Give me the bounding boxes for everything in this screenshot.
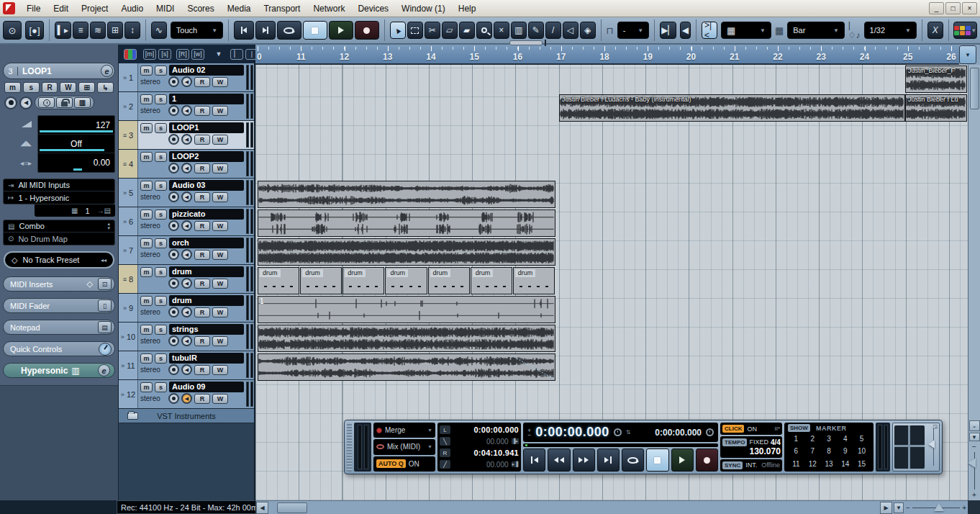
marker-button-10[interactable]: 10 (858, 447, 866, 455)
audio-event[interactable] (258, 238, 555, 266)
marker-button-11[interactable]: 11 (792, 460, 799, 468)
quantize-dropdown[interactable]: 1/32 ▼ (864, 22, 917, 39)
time-format-clock-icon[interactable] (614, 428, 622, 436)
monitor-button[interactable]: ◀ (181, 220, 192, 231)
autoscroll-button[interactable]: ▶▏ (660, 22, 676, 39)
track-row-7[interactable]: »7msorchstereo◀RW (119, 236, 254, 265)
audio-event[interactable]: Justin Bieber f Ludacris - Baby (instrum… (559, 94, 905, 122)
inspector-record-arm-button[interactable] (4, 96, 17, 109)
mute-button[interactable]: m (140, 238, 153, 248)
show-inspector-button[interactable]: ▍▸ (55, 22, 71, 39)
midi-part[interactable]: drum (428, 267, 470, 294)
read-button[interactable]: R (194, 279, 210, 289)
range-selection-tool[interactable] (407, 22, 423, 39)
playhead-handle[interactable] (509, 40, 543, 45)
quick-controls-knob-icon[interactable] (99, 343, 112, 356)
scrub-tool[interactable]: ◁ (563, 22, 579, 39)
master-level-slider[interactable] (927, 425, 938, 469)
track-row-2[interactable]: »2ms1stereo◀RW (119, 92, 254, 121)
write-button[interactable]: W (212, 106, 228, 116)
inserts-bypass-icon[interactable]: ⊡ (98, 278, 112, 290)
color-tool[interactable]: ◈ (580, 22, 596, 39)
pan-slider[interactable] (40, 149, 104, 151)
forward-button[interactable] (573, 448, 595, 472)
vertical-zoom-slider[interactable] (974, 452, 975, 490)
zoom-preset-dropdown[interactable]: ▼ (969, 433, 980, 441)
left-locator-time[interactable]: 0:00:00.000 (453, 425, 519, 434)
right-locator-time[interactable]: 0:04:10.941 (453, 448, 519, 457)
track-number-cell[interactable]: »2 (119, 92, 138, 120)
monitor-button[interactable]: ◀ (181, 76, 192, 87)
read-button[interactable]: R (194, 307, 210, 317)
track-number-cell[interactable]: »12 (119, 380, 138, 408)
write-button[interactable]: W (212, 135, 228, 145)
rewind-button[interactable] (548, 448, 570, 472)
audio-event[interactable]: Justin_Bieber_F (905, 66, 967, 93)
restore-button[interactable]: □ (945, 2, 961, 14)
horizontal-zoom-slider[interactable] (912, 508, 960, 508)
goto-end-button[interactable] (255, 21, 276, 40)
primary-time-display[interactable]: +− 0:00:00.000 ⇅ 0:00:00.000 (523, 423, 718, 442)
transport-panel[interactable]: Merge ▼ Mix (MIDI) ▼ AUTO Q ON L 0:00:00… (344, 420, 943, 474)
read-button[interactable]: R (194, 77, 210, 87)
track-row-4[interactable]: ≡4msLOOP2◀RW (119, 150, 254, 179)
inspector-track-header[interactable]: 3 LOOP1 e (3, 63, 115, 79)
section-notepad[interactable]: Notepad ▤ (3, 320, 115, 335)
menu-window-1-[interactable]: Window (1) (395, 0, 452, 17)
mute-button[interactable]: m (140, 123, 153, 133)
track-row-6[interactable]: »6mspizzicatostereo◀RW (119, 207, 254, 236)
solo-button[interactable]: s (155, 209, 167, 220)
menu-help[interactable]: Help (452, 0, 483, 17)
track-row-12[interactable]: »12msAudio 09stereo◀RW (119, 380, 254, 409)
play-button[interactable] (671, 448, 694, 472)
goto-end-button[interactable] (597, 448, 620, 472)
read-button[interactable]: R (194, 135, 210, 145)
zoom-out-vertical-label[interactable]: − (972, 443, 976, 451)
folder-track[interactable]: VST Instruments (119, 409, 254, 423)
precount-icon[interactable]: II* (774, 425, 780, 432)
track-row-10[interactable]: »10msstringsstereo◀RW (119, 323, 254, 351)
solo-button[interactable]: s (155, 296, 167, 306)
automation-mode-dropdown[interactable]: Touch ▼ (171, 22, 223, 39)
mute-button[interactable]: m (140, 296, 153, 306)
track-name[interactable]: LOOP1 (169, 122, 244, 133)
inspector-solo-button[interactable]: s (23, 82, 40, 93)
stop-button[interactable] (646, 448, 668, 472)
instrument-section[interactable]: Hypersonic ▥ e (3, 363, 115, 378)
marker-button-15[interactable]: 15 (858, 460, 866, 468)
monitor-button[interactable]: ◀ (181, 364, 192, 375)
zoom-out-label[interactable]: − (906, 504, 910, 512)
audio-event[interactable] (258, 353, 555, 381)
solo-button[interactable]: s (155, 94, 167, 104)
menu-media[interactable]: Media (221, 0, 258, 17)
midi-channel-field[interactable]: ▦ 1 →▤ (35, 204, 115, 217)
track-name[interactable]: Audio 09 (169, 382, 244, 392)
track-name[interactable]: orch (169, 238, 244, 248)
solo-button[interactable]: s (155, 238, 167, 248)
mute-button[interactable]: m (140, 94, 153, 104)
solo-button[interactable]: s (155, 152, 167, 162)
nudge-buttons[interactable]: +− (527, 428, 531, 437)
inspector-mute-button[interactable]: m (4, 82, 21, 93)
inspector-read-button[interactable]: R (42, 82, 58, 93)
marker-button-6[interactable]: 6 (794, 447, 799, 455)
lock-button[interactable] (56, 97, 73, 108)
audio-event[interactable]: 1 (258, 296, 555, 323)
horizontal-scrollbar[interactable]: ◀ ▶ (256, 500, 892, 514)
monitor-button[interactable]: ◀ (181, 105, 192, 116)
post-roll-value[interactable]: 00.000 (486, 461, 509, 469)
track-row-3[interactable]: ≡3msLOOP1◀RW (119, 121, 254, 150)
audio-event[interactable] (258, 209, 555, 237)
edit-instrument-button[interactable]: e (98, 364, 110, 377)
delay-field[interactable]: 0.00 (38, 153, 114, 172)
global-write-button[interactable]: [w] (191, 49, 204, 60)
record-button[interactable] (696, 448, 718, 472)
draw-tool[interactable]: ✎ (528, 22, 544, 39)
read-button[interactable]: R (194, 250, 210, 260)
position-strip[interactable] (523, 443, 718, 447)
menu-audio[interactable]: Audio (114, 0, 150, 17)
grid-type-dropdown[interactable]: Bar ▼ (787, 22, 845, 39)
global-solo-button[interactable]: [s] (158, 49, 171, 60)
scroll-left-button[interactable]: ◀ (256, 502, 268, 514)
marker-button-1[interactable]: 1 (794, 435, 799, 443)
